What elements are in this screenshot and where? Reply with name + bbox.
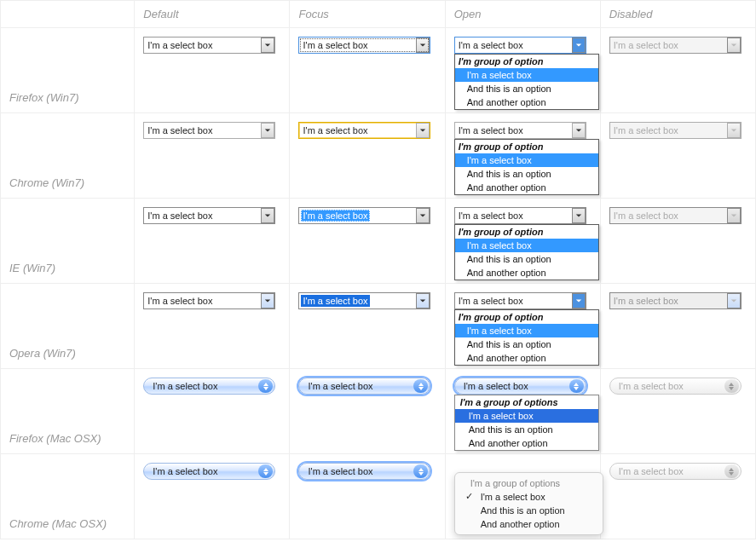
select-box[interactable]: I'm a select box	[143, 122, 275, 139]
chevron-down-icon	[416, 208, 430, 223]
chevron-down-icon	[572, 208, 586, 223]
select-value: I'm a select box	[153, 466, 217, 476]
optgroup-label: I'm a group of options	[455, 476, 603, 490]
select-option[interactable]: I'm a select box	[455, 153, 598, 167]
select-dropdown[interactable]: I'm a group of options I'm a select box …	[454, 472, 603, 535]
select-box[interactable]: I'm a select box	[298, 292, 430, 309]
select-value: I'm a select box	[153, 381, 217, 391]
select-dropdown[interactable]: I'm a group of options I'm a select box …	[454, 395, 599, 451]
select-dropdown[interactable]: I'm group of option I'm a select box And…	[454, 224, 599, 280]
select-box: I'm a select box	[609, 378, 742, 395]
select-value: I'm a select box	[147, 210, 212, 221]
col-header-focus: Focus	[290, 1, 445, 28]
select-dropdown[interactable]: I'm group of option I'm a select box And…	[454, 309, 599, 366]
select-box[interactable]: I'm a select box	[143, 207, 275, 224]
chevron-down-icon	[727, 208, 741, 223]
row-header-ie-win7: IE (Win7)	[1, 199, 135, 284]
select-value: I'm a select box	[303, 40, 367, 50]
select-value: I'm a select box	[459, 210, 523, 221]
select-box[interactable]: I'm a select box	[143, 463, 275, 480]
select-box[interactable]: I'm a select box	[454, 37, 586, 54]
select-option[interactable]: I'm a select box	[455, 68, 598, 82]
select-option[interactable]: And this is an option	[455, 167, 598, 181]
chevron-down-icon	[416, 293, 430, 308]
select-dropdown[interactable]: I'm group of option I'm a select box And…	[454, 54, 599, 110]
select-option[interactable]: And another option	[455, 95, 598, 109]
select-box[interactable]: I'm a select box	[454, 122, 586, 139]
optgroup-label: I'm group of option	[455, 310, 598, 324]
chevron-down-icon	[727, 37, 741, 53]
chevron-down-icon	[416, 37, 430, 53]
select-box[interactable]: I'm a select box	[298, 122, 430, 139]
select-option[interactable]: And this is an option	[455, 82, 598, 95]
select-box[interactable]: I'm a select box	[143, 292, 275, 309]
stepper-icon	[413, 379, 428, 393]
select-box: I'm a select box	[609, 37, 742, 54]
select-box: I'm a select box	[609, 463, 742, 480]
select-value: I'm a select box	[308, 381, 372, 391]
select-box[interactable]: I'm a select box	[298, 37, 430, 54]
select-value: I'm a select box	[301, 210, 369, 222]
chevron-down-icon	[416, 123, 430, 138]
select-box[interactable]: I'm a select box	[454, 207, 586, 224]
chevron-down-icon	[261, 208, 274, 223]
chevron-down-icon	[261, 293, 274, 308]
select-dropdown[interactable]: I'm group of option I'm a select box And…	[454, 139, 599, 195]
select-option[interactable]: I'm a select box	[455, 490, 603, 504]
select-option[interactable]: And this is an option	[455, 504, 603, 517]
select-value: I'm a select box	[614, 210, 678, 221]
col-header-open: Open	[445, 1, 600, 28]
row-header-chrome-macosx: Chrome (Mac OSX)	[1, 454, 135, 539]
select-value: I'm a select box	[147, 40, 212, 50]
select-box[interactable]: I'm a select box	[298, 463, 430, 480]
select-option[interactable]: And this is an option	[455, 252, 598, 266]
stepper-icon	[258, 379, 273, 393]
optgroup-label: I'm group of option	[455, 140, 598, 153]
optgroup-label: I'm a group of options	[455, 395, 598, 409]
select-box: I'm a select box	[609, 122, 742, 139]
optgroup-label: I'm group of option	[455, 225, 598, 239]
select-value: I'm a select box	[459, 125, 523, 136]
select-box[interactable]: I'm a select box	[298, 207, 430, 224]
select-value: I'm a select box	[459, 296, 523, 306]
select-box[interactable]: I'm a select box	[454, 378, 586, 395]
row-header-firefox-macosx: Firefox (Mac OSX)	[1, 369, 135, 454]
row-header-empty	[1, 1, 135, 28]
select-option[interactable]: I'm a select box	[455, 324, 598, 337]
select-option[interactable]: And another option	[455, 436, 598, 450]
col-header-default: Default	[135, 1, 290, 28]
select-value: I'm a select box	[303, 125, 367, 136]
row-header-opera-win7: Opera (Win7)	[1, 284, 135, 369]
select-box[interactable]: I'm a select box	[143, 378, 275, 395]
select-option[interactable]: I'm a select box	[455, 239, 598, 252]
chevron-down-icon	[261, 37, 274, 53]
select-option[interactable]: And this is an option	[455, 337, 598, 351]
col-header-disabled: Disabled	[600, 1, 755, 28]
select-style-comparison-table: Default Focus Open Disabled Firefox (Win…	[0, 0, 756, 539]
select-option[interactable]: And another option	[455, 266, 598, 280]
select-box: I'm a select box	[609, 292, 742, 309]
select-value: I'm a select box	[614, 296, 678, 306]
row-header-firefox-win7: Firefox (Win7)	[1, 28, 135, 113]
optgroup-label: I'm group of option	[455, 55, 598, 68]
select-value: I'm a select box	[619, 381, 684, 391]
select-box[interactable]: I'm a select box	[143, 37, 275, 54]
select-value: I'm a select box	[301, 295, 369, 307]
select-value: I'm a select box	[614, 125, 678, 136]
select-option[interactable]: And another option	[455, 517, 603, 531]
select-box[interactable]: I'm a select box	[454, 292, 586, 309]
stepper-icon	[413, 464, 428, 478]
select-value: I'm a select box	[464, 381, 528, 391]
select-option[interactable]: And this is an option	[455, 423, 598, 436]
select-value: I'm a select box	[614, 40, 678, 50]
chevron-down-icon	[572, 123, 586, 138]
select-box[interactable]: I'm a select box	[298, 378, 430, 395]
select-value: I'm a select box	[147, 125, 212, 136]
select-box: I'm a select box	[609, 207, 742, 224]
chevron-down-icon	[572, 293, 586, 308]
select-option[interactable]: And another option	[455, 351, 598, 365]
chevron-down-icon	[727, 123, 741, 138]
select-option[interactable]: I'm a select box	[455, 409, 598, 423]
select-option[interactable]: And another option	[455, 181, 598, 194]
chevron-down-icon	[727, 293, 741, 308]
